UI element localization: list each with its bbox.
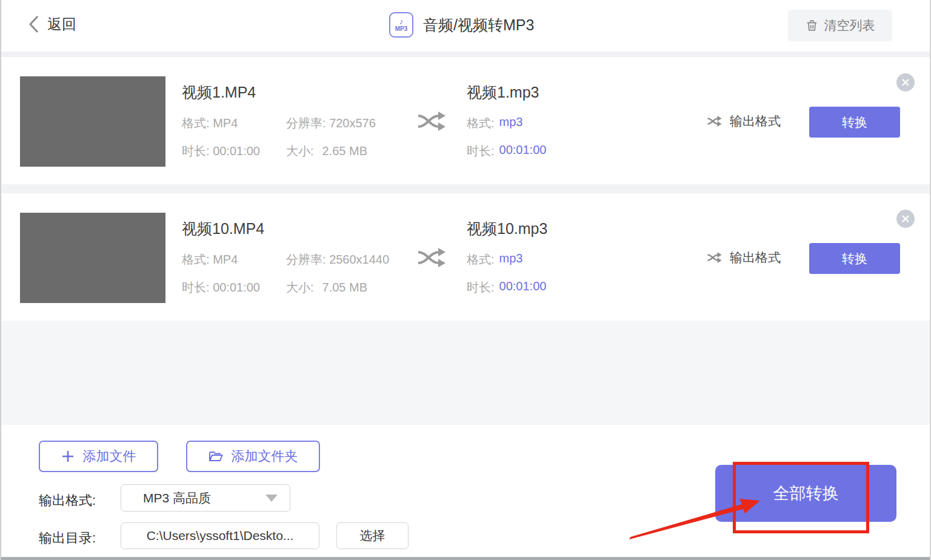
shuffle-icon [417,109,447,133]
output-format-label: 输出格式 [730,113,781,130]
output-meta-duration: 时长:00:01:00 [467,279,546,296]
page-title-group: ♪ MP3 音频/视频转MP3 [389,12,534,38]
shuffle-small-icon [707,252,722,264]
source-meta-line1: 格式: MP4 分辨率: 720x576 [182,115,376,132]
output-dir-field-label: 输出目录: [39,529,96,547]
mp3-badge-icon: ♪ MP3 [389,12,413,38]
converter-window: 返回 ♪ MP3 音频/视频转MP3 清空列表 视频1.MP4 格式: MP4 … [0,0,931,560]
output-dir-input[interactable] [121,522,319,549]
window-bottom-edge [1,557,930,560]
list-empty-area [1,321,930,425]
source-meta-line2: 时长: 00:01:00 大小:2.65 MB [182,143,367,159]
add-folder-button[interactable]: 添加文件夹 [186,441,320,472]
plus-icon [61,450,75,463]
trash-icon [806,19,818,32]
close-icon [901,215,910,223]
video-thumbnail [20,213,165,303]
clear-list-button[interactable]: 清空列表 [788,10,892,41]
folder-icon [209,450,223,462]
back-button[interactable]: 返回 [28,15,76,34]
convert-button[interactable]: 转换 [809,243,900,274]
add-file-label: 添加文件 [83,447,136,465]
output-format-field-label: 输出格式: [39,492,96,510]
shuffle-icon [417,245,447,270]
output-meta-duration: 时长:00:01:00 [467,143,546,159]
top-bar: 返回 ♪ MP3 音频/视频转MP3 清空列表 [1,0,930,52]
output-meta-format: 格式:mp3 [467,252,522,268]
add-folder-label: 添加文件夹 [232,447,298,465]
video-thumbnail [20,76,165,167]
choose-dir-button[interactable]: 选择 [336,522,409,549]
source-file-name: 视频1.MP4 [182,82,256,102]
output-file-name: 视频1.mp3 [467,82,539,102]
page-title: 音频/视频转MP3 [423,15,534,35]
output-format-label: 输出格式 [730,249,781,266]
convert-button[interactable]: 转换 [809,107,900,138]
source-meta-line1: 格式: MP4 分辨率: 2560x1440 [182,252,389,268]
shuffle-small-icon [707,115,722,127]
convert-all-button[interactable]: 全部转换 [715,465,896,522]
mp3-badge-text: MP3 [395,25,408,33]
remove-file-button[interactable] [896,73,915,92]
source-meta-line2: 时长: 00:01:00 大小:7.05 MB [182,279,367,296]
file-row: 视频10.MP4 格式: MP4 分辨率: 2560x1440 时长: 00:0… [1,193,930,321]
chevron-left-icon [28,15,40,34]
back-label: 返回 [47,15,76,34]
music-note-icon: ♪ [399,18,404,25]
footer-panel: 添加文件 添加文件夹 输出格式: MP3 高品质 输出目录: 选择 全部转换 [1,425,930,560]
caret-down-icon [265,495,278,502]
header-divider [1,52,930,57]
output-meta-format: 格式:mp3 [467,115,522,132]
close-icon [901,78,910,87]
remove-file-button[interactable] [896,210,915,228]
source-file-name: 视频10.MP4 [182,219,264,239]
output-format-selector[interactable]: 输出格式 [707,113,781,130]
row-divider [1,184,930,193]
file-row: 视频1.MP4 格式: MP4 分辨率: 720x576 时长: 00:01:0… [1,57,930,184]
output-format-value: MP3 高品质 [143,490,265,507]
clear-list-label: 清空列表 [824,17,875,34]
output-format-selector[interactable]: 输出格式 [707,249,781,266]
output-file-name: 视频10.mp3 [467,219,547,239]
add-file-button[interactable]: 添加文件 [39,441,158,472]
output-format-select[interactable]: MP3 高品质 [121,484,290,512]
